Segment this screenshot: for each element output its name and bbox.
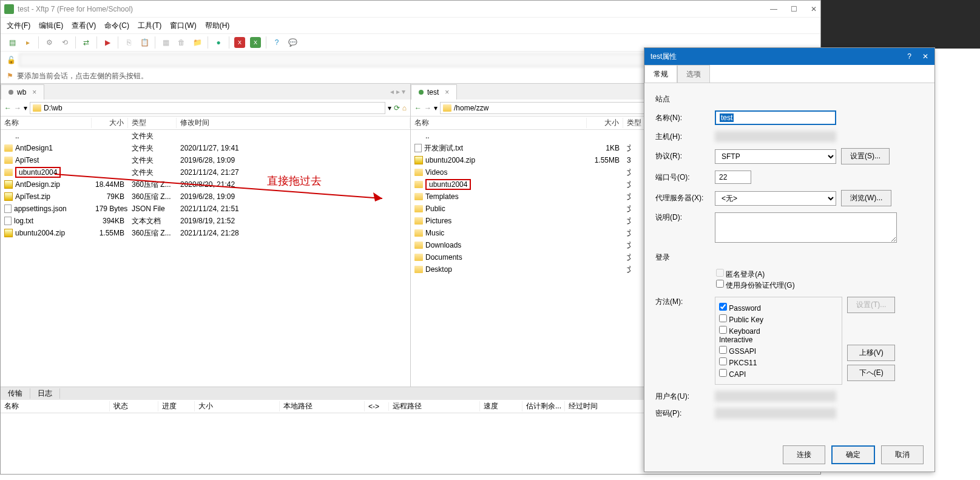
methods-list[interactable]: Password Public Key Keyboard Interactive… — [715, 297, 842, 385]
left-filelist[interactable]: ..文件夹AntDesign1文件夹2020/11/27, 19:41ApiTe… — [1, 130, 410, 387]
method-settings-button[interactable]: 设置(T)... — [847, 297, 895, 313]
help-icon[interactable]: ? — [271, 37, 282, 48]
left-tab[interactable]: wb × — [1, 84, 44, 100]
list-item[interactable]: AntDesign.zip18.44MB360压缩 Z...2020/8/20,… — [1, 178, 410, 191]
username-input[interactable] — [715, 391, 836, 402]
password-input[interactable] — [715, 408, 836, 419]
right-tab[interactable]: test × — [411, 84, 457, 100]
fwd-icon[interactable]: → — [14, 104, 21, 112]
transfer-icon[interactable]: ⇄ — [81, 37, 92, 48]
tcol-name[interactable]: 名称 — [1, 401, 110, 411]
window-title: test - Xftp 7 (Free for Home/School) — [18, 5, 133, 13]
menu-file[interactable]: 文件(F) — [7, 21, 30, 31]
copy-icon[interactable]: ⎘ — [123, 37, 134, 48]
path-dropdown-icon[interactable]: ▾ — [388, 104, 391, 112]
newfolder-icon[interactable]: 📁 — [192, 37, 203, 48]
up-icon[interactable]: ▾ — [24, 104, 27, 112]
tcol-eta[interactable]: 估计剩余... — [522, 401, 565, 411]
back-icon[interactable]: ← — [4, 104, 12, 112]
tab-general[interactable]: 常规 — [644, 65, 677, 83]
left-path[interactable]: D:\wb — [30, 102, 385, 114]
minimize-button[interactable]: — — [770, 5, 777, 13]
xftp-icon[interactable]: X — [250, 37, 261, 48]
tab-log[interactable]: 日志 — [30, 388, 60, 399]
dialog-close-icon[interactable]: ✕ — [922, 52, 928, 61]
list-item[interactable]: AntDesign1文件夹2020/11/27, 19:41 — [1, 142, 410, 154]
app-icon — [4, 4, 14, 14]
props-icon[interactable]: ▦ — [160, 37, 171, 48]
chat-icon[interactable]: 💬 — [287, 37, 298, 48]
col-name[interactable]: 名称 — [1, 118, 92, 128]
link-icon[interactable]: ⚙ — [44, 37, 55, 48]
port-input[interactable] — [715, 171, 751, 184]
host-input[interactable] — [715, 131, 836, 142]
list-item[interactable]: ..文件夹 — [1, 130, 410, 142]
tab-transfer[interactable]: 传输 — [1, 388, 30, 399]
move-down-button[interactable]: 下へ(E) — [847, 365, 895, 381]
new-icon[interactable]: ▤ — [7, 37, 18, 48]
proxy-select[interactable]: <无> — [715, 191, 836, 206]
ok-button[interactable]: 确定 — [831, 445, 875, 464]
globe-icon[interactable]: ● — [213, 37, 224, 48]
list-item[interactable]: ApiTest.zip79KB360压缩 Z...2019/6/28, 19:0… — [1, 191, 410, 203]
reconnect-icon[interactable]: ⟲ — [59, 37, 70, 48]
dialog-help-icon[interactable]: ? — [907, 52, 911, 61]
proto-settings-button[interactable]: 设置(S)... — [841, 148, 890, 164]
address-field[interactable] — [19, 53, 743, 67]
tcol-remote[interactable]: 远程路径 — [389, 401, 480, 411]
xshell-icon[interactable]: X — [234, 37, 245, 48]
refresh-icon[interactable]: ⟳ — [394, 104, 400, 112]
menu-tools[interactable]: 工具(T) — [138, 21, 161, 31]
list-item[interactable]: ApiTest文件夹2019/6/28, 19:09 — [1, 154, 410, 166]
left-columns: 名称 大小 类型 修改时间 — [1, 117, 410, 130]
maximize-button[interactable]: ☐ — [791, 5, 797, 13]
move-up-button[interactable]: 上移(V) — [847, 345, 895, 361]
col-type[interactable]: 类型 — [128, 118, 177, 128]
agent-checkbox[interactable]: 使用身份验证代理(G) — [716, 281, 795, 289]
col-size[interactable]: 大小 — [587, 118, 623, 128]
tab-status-icon — [8, 90, 13, 95]
close-button[interactable]: ✕ — [811, 5, 817, 13]
list-item[interactable]: ubuntu2004.zip1.55MB360压缩 Z...2021/11/24… — [1, 227, 410, 239]
proto-select[interactable]: SFTP — [715, 149, 836, 164]
tcol-dir[interactable]: <-> — [365, 402, 389, 411]
desc-textarea[interactable] — [715, 212, 897, 243]
label-user: 用户名(U): — [655, 391, 710, 402]
open-icon[interactable]: ▸ — [22, 37, 33, 48]
fwd-icon[interactable]: → — [424, 104, 431, 112]
tab-close-icon[interactable]: × — [32, 88, 36, 96]
name-input[interactable]: test — [715, 110, 836, 125]
list-item[interactable]: ubuntu2004文件夹2021/11/24, 21:27 — [1, 166, 410, 178]
back-icon[interactable]: ← — [414, 104, 422, 112]
proxy-browse-button[interactable]: 浏览(W)... — [841, 190, 891, 206]
connect-button[interactable]: 连接 — [783, 445, 825, 464]
list-item[interactable]: log.txt394KB文本文档2019/8/19, 21:52 — [1, 215, 410, 227]
paste-icon[interactable]: 📋 — [139, 37, 150, 48]
tcol-size[interactable]: 大小 — [195, 401, 280, 411]
dialog-body: 站点 名称(N): test 主机(H): 协议(R): SFTP 设置(S).… — [644, 83, 934, 432]
tab-close-icon[interactable]: × — [445, 88, 449, 96]
menu-window[interactable]: 窗口(W) — [170, 21, 196, 31]
tab-options[interactable]: 选项 — [677, 65, 710, 83]
anon-checkbox[interactable]: 匿名登录(A) — [716, 270, 765, 279]
up-icon[interactable]: ▾ — [434, 104, 438, 112]
tcol-speed[interactable]: 速度 — [480, 401, 522, 411]
col-size[interactable]: 大小 — [92, 118, 128, 128]
tab-nav-icons[interactable]: ◂ ▸ ▾ — [385, 87, 410, 96]
col-name[interactable]: 名称 — [411, 118, 587, 128]
cancel-button[interactable]: 取消 — [881, 445, 924, 464]
delete-icon[interactable]: 🗑 — [176, 37, 187, 48]
list-item[interactable]: appsettings.json179 BytesJSON File2021/1… — [1, 203, 410, 215]
folder-icon — [443, 104, 451, 112]
left-tabbar: wb × ◂ ▸ ▾ — [1, 84, 410, 100]
tcol-progress[interactable]: 进度 — [158, 401, 195, 411]
home-icon[interactable]: ⌂ — [402, 104, 407, 112]
menu-help[interactable]: 帮助(H) — [205, 21, 230, 31]
menu-command[interactable]: 命令(C) — [104, 21, 129, 31]
menu-view[interactable]: 查看(V) — [72, 21, 96, 31]
tcol-status[interactable]: 状态 — [110, 401, 158, 411]
menu-edit[interactable]: 编辑(E) — [39, 21, 63, 31]
play-icon[interactable]: ▶ — [102, 37, 113, 48]
col-mod[interactable]: 修改时间 — [177, 118, 410, 128]
tcol-local[interactable]: 本地路径 — [280, 401, 365, 411]
